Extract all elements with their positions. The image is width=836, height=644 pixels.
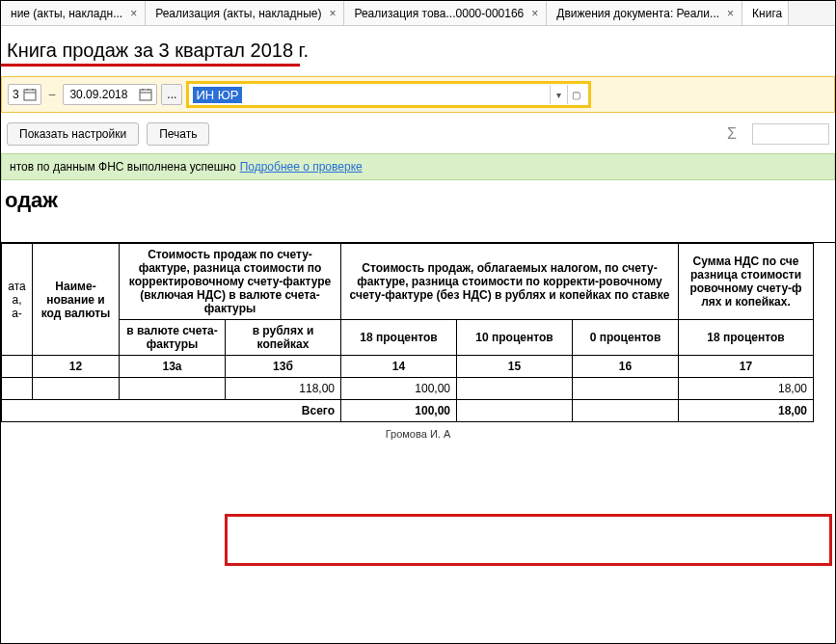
contragent-value-selected: ИН ЮР	[193, 87, 241, 103]
table-total-row: Всего 100,00 18,00	[2, 400, 814, 422]
total-cell: 18,00	[679, 400, 814, 422]
tab-label: Реализация (акты, накладные)	[155, 7, 321, 20]
cell	[33, 378, 120, 400]
total-cell	[573, 400, 679, 422]
open-dialog-icon[interactable]: ▢	[567, 85, 584, 104]
cell: 18,00	[679, 378, 814, 400]
calendar-icon[interactable]	[139, 88, 152, 101]
print-button[interactable]: Печать	[147, 122, 209, 146]
total-label: Всего	[2, 400, 341, 422]
show-settings-button[interactable]: Показать настройки	[7, 122, 139, 146]
svg-rect-4	[140, 90, 151, 100]
col-number: 13а	[120, 356, 226, 378]
tab-item[interactable]: ние (акты, накладн... ×	[1, 1, 146, 25]
tab-bar: ние (акты, накладн... × Реализация (акты…	[1, 1, 835, 26]
report-heading: одаж	[5, 188, 835, 213]
close-icon[interactable]: ×	[327, 7, 337, 20]
date-from-box[interactable]: 3	[8, 84, 41, 105]
date-range-dash: –	[49, 88, 56, 101]
col-number: 16	[573, 356, 679, 378]
cell	[457, 378, 573, 400]
calendar-icon[interactable]	[23, 88, 37, 101]
col-header: Наиме-нование и код валюты	[33, 244, 120, 356]
svg-rect-0	[24, 90, 36, 100]
col-subheader: в рублях и копейках	[226, 320, 341, 356]
dropdown-icon[interactable]: ▾	[550, 85, 567, 104]
close-icon[interactable]: ×	[725, 7, 736, 20]
cell	[120, 378, 226, 400]
col-subheader: 0 процентов	[573, 320, 679, 356]
col-number	[2, 356, 33, 378]
tab-label: Реализация това...0000-000166	[354, 7, 524, 20]
col-number: 17	[679, 356, 814, 378]
total-cell: 100,00	[341, 400, 457, 422]
col-group-header: Сумма НДС по сче разница стоимости ровоч…	[679, 244, 814, 320]
tab-item[interactable]: Движения документа: Реали... ×	[547, 1, 742, 25]
cell	[573, 378, 679, 400]
col-number: 12	[33, 356, 120, 378]
sigma-icon[interactable]: Σ	[727, 125, 744, 143]
page-title: Книга продаж за 3 квартал 2018 г.	[7, 40, 835, 62]
col-number: 15	[457, 356, 573, 378]
fns-check-link[interactable]: Подробнее о проверке	[240, 160, 363, 174]
date-select-button[interactable]: ...	[161, 84, 182, 105]
col-group-header: Стоимость продаж по счету-фактуре, разни…	[120, 244, 341, 320]
cell: 100,00	[341, 378, 457, 400]
col-number: 14	[341, 356, 457, 378]
col-subheader: в валюте счета-фактуры	[120, 320, 226, 356]
report-area[interactable]: ата а, а- Наиме-нование и код валюты Сто…	[1, 242, 835, 440]
table-row[interactable]: 118,00 100,00 18,00	[2, 378, 814, 400]
close-icon[interactable]: ×	[529, 7, 540, 20]
tab-label: ние (акты, накладн...	[11, 7, 122, 20]
cell: 118,00	[226, 378, 341, 400]
date-to-input[interactable]	[67, 87, 135, 102]
footer-signature: Громова И. А	[1, 422, 835, 440]
tab-label: Движения документа: Реали...	[556, 7, 719, 20]
tab-item[interactable]: Реализация това...0000-000166 ×	[344, 1, 547, 25]
cell	[2, 378, 33, 400]
tab-item-active[interactable]: Книга	[742, 1, 789, 25]
buttons-row: Показать настройки Печать Σ	[1, 119, 835, 149]
date-from-fragment: 3	[13, 88, 19, 101]
sales-book-table: ата а, а- Наиме-нование и код валюты Сто…	[1, 243, 814, 422]
col-header: ата а, а-	[2, 244, 33, 356]
col-subheader: 18 процентов	[679, 320, 814, 356]
tab-label: Книга	[752, 7, 782, 20]
col-subheader: 10 процентов	[457, 320, 573, 356]
close-icon[interactable]: ×	[128, 7, 139, 20]
title-underline	[1, 64, 300, 67]
col-group-header: Стоимость продаж, облагаемых налогом, по…	[341, 244, 679, 320]
fns-check-text: нтов по данным ФНС выполнена успешно	[10, 160, 236, 174]
sum-input[interactable]	[752, 123, 829, 145]
fns-check-info: нтов по данным ФНС выполнена успешно Под…	[1, 153, 835, 180]
col-subheader: 18 процентов	[341, 320, 457, 356]
highlight-annotation	[225, 514, 832, 566]
date-to-box[interactable]	[63, 84, 157, 105]
filter-row: 3 – ... ИН ЮР ▾ ▢	[1, 76, 835, 113]
contragent-select[interactable]: ИН ЮР ▾ ▢	[186, 81, 591, 108]
total-cell	[457, 400, 573, 422]
col-number: 13б	[226, 356, 341, 378]
tab-item[interactable]: Реализация (акты, накладные) ×	[146, 1, 344, 25]
